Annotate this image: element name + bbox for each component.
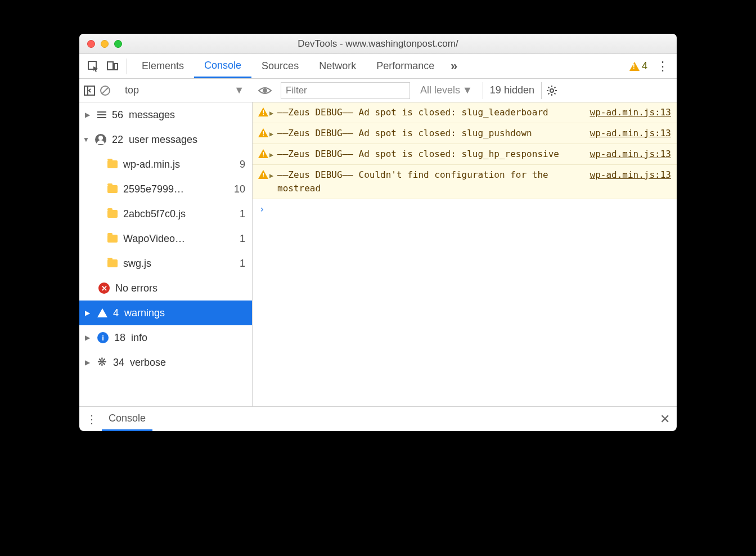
folder-icon (107, 259, 118, 267)
log-source-link[interactable]: wp-ad.min.js:13 (584, 106, 672, 119)
tab-performance[interactable]: Performance (366, 54, 444, 78)
verbose-count: 34 (113, 357, 124, 369)
messages-label: messages (129, 109, 175, 121)
console-body: ▶ 56 messages ▼ 22 user messages wp-ad.m… (79, 102, 677, 406)
dropdown-icon: ▼ (462, 84, 472, 96)
file-name: 2abcb5f7c0.js (123, 208, 186, 220)
warning-icon (258, 107, 269, 119)
more-tabs-icon[interactable]: » (444, 57, 464, 76)
divider (127, 59, 127, 74)
console-settings-icon[interactable] (546, 85, 557, 96)
folder-icon (107, 210, 118, 218)
svg-rect-1 (107, 62, 113, 70)
level-label: All levels (420, 84, 460, 96)
user-messages-label: user messages (129, 134, 197, 146)
log-message: ––Zeus DEBUG–– Ad spot is closed: slug_p… (277, 127, 584, 140)
context-selector[interactable]: top ▼ (120, 82, 249, 99)
chevron-right-icon: ▶ (85, 111, 92, 119)
user-icon (95, 134, 106, 145)
sidebar-warnings[interactable]: ▶ 4 warnings (79, 301, 252, 325)
drawer-tab-console[interactable]: Console (102, 407, 152, 431)
tab-console[interactable]: Console (194, 54, 251, 78)
live-expression-icon[interactable] (258, 86, 272, 95)
list-icon (97, 111, 106, 118)
sidebar-verbose[interactable]: ▶ 34 verbose (79, 350, 252, 375)
svg-point-8 (550, 89, 554, 92)
file-count: 1 (240, 208, 245, 220)
toggle-sidebar-icon[interactable] (84, 86, 95, 96)
expand-icon[interactable]: ▶ (269, 108, 277, 119)
warning-icon (629, 62, 640, 71)
settings-menu-icon[interactable]: ⋮ (653, 57, 672, 76)
expand-icon[interactable]: ▶ (269, 129, 277, 140)
file-count: 1 (240, 258, 245, 270)
verbose-label: verbose (130, 357, 166, 369)
console-sidebar: ▶ 56 messages ▼ 22 user messages wp-ad.m… (79, 102, 253, 406)
sidebar-file-item[interactable]: swg.js 1 (79, 251, 252, 276)
warning-icon (258, 149, 269, 161)
info-label: info (131, 332, 147, 344)
file-name: swg.js (123, 258, 151, 270)
user-messages-count: 22 (112, 134, 123, 146)
log-entry[interactable]: ▶ ––Zeus DEBUG–– Ad spot is closed: slug… (253, 123, 677, 144)
console-prompt[interactable]: › (253, 199, 677, 219)
filter-input[interactable] (281, 82, 410, 99)
console-log-area: ▶ ––Zeus DEBUG–– Ad spot is closed: slug… (253, 102, 677, 406)
console-toolbar: top ▼ All levels ▼ 19 hidden (79, 79, 677, 102)
log-level-selector[interactable]: All levels ▼ (415, 84, 478, 96)
bug-icon (97, 357, 107, 367)
file-name: 2595e7999… (123, 183, 184, 195)
sidebar-file-item[interactable]: WapoVideo… 1 (79, 226, 252, 251)
close-drawer-icon[interactable]: ✕ (660, 412, 670, 427)
titlebar: DevTools - www.washingtonpost.com/ (79, 34, 677, 54)
folder-icon (107, 160, 118, 168)
main-tabbar: Elements Console Sources Network Perform… (79, 54, 677, 79)
info-icon: i (97, 332, 109, 343)
svg-line-15 (548, 93, 549, 94)
tab-network[interactable]: Network (309, 54, 366, 78)
drawer: ⋮ Console ✕ (79, 406, 677, 431)
sidebar-file-item[interactable]: wp-ad.min.js 9 (79, 152, 252, 177)
messages-count: 56 (112, 109, 123, 121)
chevron-down-icon: ▼ (83, 136, 89, 144)
sidebar-info[interactable]: ▶ i 18 info (79, 325, 252, 350)
svg-rect-2 (114, 64, 118, 70)
drawer-menu-icon[interactable]: ⋮ (86, 412, 97, 426)
log-entry[interactable]: ▶ ––Zeus DEBUG–– Ad spot is closed: slug… (253, 144, 677, 165)
svg-line-13 (548, 87, 549, 88)
hidden-count[interactable]: 19 hidden (483, 82, 542, 99)
file-count: 10 (234, 183, 245, 195)
log-message: ––Zeus DEBUG–– Ad spot is closed: slug_h… (277, 147, 584, 161)
devtools-window: DevTools - www.washingtonpost.com/ Eleme… (79, 34, 677, 431)
log-entry[interactable]: ▶ ––Zeus DEBUG–– Ad spot is closed: slug… (253, 102, 677, 123)
svg-line-16 (554, 87, 555, 88)
expand-icon[interactable]: ▶ (269, 150, 277, 161)
log-source-link[interactable]: wp-ad.min.js:13 (584, 127, 672, 140)
warning-icon (97, 308, 107, 317)
window-title: DevTools - www.washingtonpost.com/ (79, 38, 677, 50)
info-count: 18 (114, 332, 125, 344)
warnings-label: warnings (124, 307, 165, 319)
warnings-count: 4 (113, 307, 119, 319)
sidebar-all-messages[interactable]: ▶ 56 messages (79, 102, 252, 127)
log-source-link[interactable]: wp-ad.min.js:13 (584, 147, 672, 161)
sidebar-file-item[interactable]: 2abcb5f7c0.js 1 (79, 201, 252, 226)
folder-icon (107, 185, 118, 193)
chevron-right-icon: ▶ (85, 309, 92, 317)
device-toolbar-icon[interactable] (103, 57, 122, 76)
inspect-element-icon[interactable] (84, 57, 103, 76)
expand-icon[interactable]: ▶ (269, 171, 277, 195)
issues-counter[interactable]: 4 (624, 60, 653, 72)
file-name: wp-ad.min.js (123, 159, 180, 171)
clear-console-icon[interactable] (100, 85, 111, 96)
sidebar-file-item[interactable]: 2595e7999… 10 (79, 177, 252, 201)
tab-elements[interactable]: Elements (132, 54, 194, 78)
log-source-link[interactable]: wp-ad.min.js:13 (584, 168, 672, 195)
log-entry[interactable]: ▶ ––Zeus DEBUG–– Couldn't find configura… (253, 165, 677, 199)
error-icon: ✕ (98, 283, 110, 294)
sidebar-errors[interactable]: ✕ No errors (79, 276, 252, 301)
chevron-right-icon: ▶ (85, 358, 92, 366)
tab-sources[interactable]: Sources (251, 54, 309, 78)
issues-count: 4 (642, 60, 647, 72)
sidebar-user-messages[interactable]: ▼ 22 user messages (79, 127, 252, 152)
